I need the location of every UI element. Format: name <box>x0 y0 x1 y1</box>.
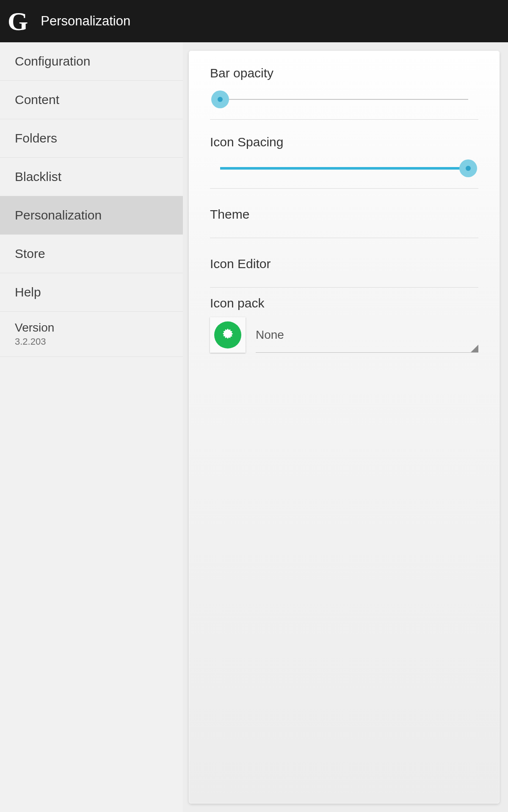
icon-pack-select[interactable]: None <box>256 317 478 353</box>
dropdown-indicator-icon <box>471 345 478 352</box>
sidebar-item-help[interactable]: Help <box>0 273 183 312</box>
sidebar-item-configuration[interactable]: Configuration <box>0 42 183 81</box>
setting-icon-pack: Icon pack None <box>189 288 500 353</box>
sidebar-item-blacklist[interactable]: Blacklist <box>0 158 183 196</box>
page-title: Personalization <box>41 14 130 29</box>
theme-label: Theme <box>210 207 249 221</box>
sidebar-item-store[interactable]: Store <box>0 235 183 273</box>
version-value: 3.2.203 <box>15 336 168 347</box>
setting-icon-spacing: Icon Spacing <box>189 120 500 189</box>
app-logo: G <box>8 6 28 36</box>
sidebar-item-label: Personalization <box>15 208 102 222</box>
hand-icon <box>214 321 241 348</box>
icon-pack-preview-tile <box>210 317 246 353</box>
setting-icon-editor[interactable]: Icon Editor <box>189 238 500 287</box>
sidebar-item-version: Version 3.2.203 <box>0 312 183 357</box>
slider-thumb[interactable] <box>211 91 229 108</box>
icon-spacing-label: Icon Spacing <box>189 135 500 159</box>
version-label: Version <box>15 321 168 335</box>
sidebar-item-folders[interactable]: Folders <box>0 119 183 158</box>
main-panel-wrap: Bar opacity Icon Spacing <box>183 42 508 812</box>
sidebar-item-label: Content <box>15 93 59 107</box>
bar-opacity-label: Bar opacity <box>189 66 500 91</box>
bar-opacity-slider[interactable] <box>210 91 478 108</box>
sidebar-item-label: Store <box>15 247 45 261</box>
sidebar: Configuration Content Folders Blacklist … <box>0 42 183 812</box>
sidebar-item-label: Help <box>15 285 41 299</box>
content-area: Configuration Content Folders Blacklist … <box>0 42 508 812</box>
sidebar-item-content[interactable]: Content <box>0 81 183 119</box>
settings-panel: Bar opacity Icon Spacing <box>189 51 500 804</box>
slider-track <box>220 99 468 100</box>
icon-pack-label: Icon pack <box>210 296 478 310</box>
sidebar-item-personalization[interactable]: Personalization <box>0 196 183 235</box>
icon-spacing-slider[interactable] <box>210 159 478 177</box>
icon-pack-selected: None <box>256 328 284 342</box>
setting-theme[interactable]: Theme <box>189 189 500 238</box>
slider-fill <box>220 167 468 170</box>
app-header: G Personalization <box>0 0 508 42</box>
sidebar-item-label: Folders <box>15 131 57 145</box>
sidebar-item-label: Blacklist <box>15 170 61 184</box>
setting-bar-opacity: Bar opacity <box>189 51 500 120</box>
slider-thumb[interactable] <box>459 159 477 177</box>
sidebar-item-label: Configuration <box>15 54 90 68</box>
icon-editor-label: Icon Editor <box>210 257 271 271</box>
